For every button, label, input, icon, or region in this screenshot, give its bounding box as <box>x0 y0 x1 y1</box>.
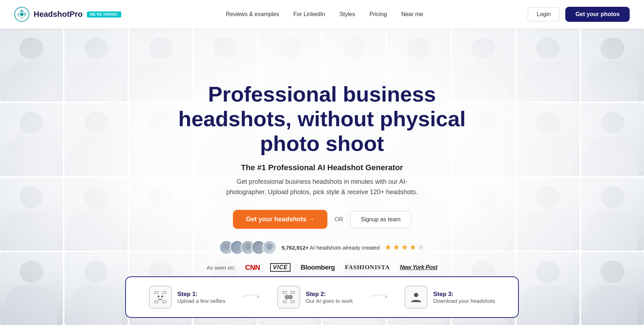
svg-point-16 <box>414 293 418 297</box>
svg-rect-2 <box>155 291 158 294</box>
step-3-title: Step 3: <box>433 291 495 298</box>
main-nav: Reviews & examples For LinkedIn Styles P… <box>226 11 423 18</box>
svg-rect-5 <box>162 301 166 303</box>
as-seen-on: As seen on: CNN VICE Bloomberg FASHIONIS… <box>207 263 437 272</box>
svg-rect-9 <box>291 291 294 294</box>
cnn-logo: CNN <box>245 264 260 272</box>
step-arrow-2 <box>370 291 388 303</box>
person-download-icon <box>410 291 423 304</box>
logo-text: HeadshotPro <box>34 10 83 19</box>
svg-rect-11 <box>291 301 294 303</box>
svg-point-1 <box>20 13 24 16</box>
step-1-desc: Upload a few selfies <box>177 298 225 304</box>
step-2-desc: Our AI goes to work <box>306 298 353 304</box>
svg-rect-8 <box>283 291 287 294</box>
svg-point-13 <box>286 296 288 298</box>
nav-pricing[interactable]: Pricing <box>369 11 387 18</box>
proof-count: 5,762,912+ <box>282 245 309 251</box>
step-3-text: Step 3: Download your headshots <box>433 291 495 304</box>
star-3: ★ <box>401 243 408 252</box>
hiring-badge: WE'RE HIRING! <box>87 11 121 18</box>
main-header: HeadshotPro WE'RE HIRING! Reviews & exam… <box>0 0 644 29</box>
step-1: Step 1: Upload a few selfies <box>149 286 225 309</box>
steps-bar: Step 1: Upload a few selfies <box>125 276 519 318</box>
header-actions: Login Get your photos <box>528 7 630 22</box>
nav-styles[interactable]: Styles <box>340 11 355 18</box>
svg-rect-4 <box>155 301 158 303</box>
logo-icon <box>14 7 29 22</box>
login-button[interactable]: Login <box>528 7 560 21</box>
step-1-title: Step 1: <box>177 291 225 298</box>
step-2: Step 2: Our AI goes to work <box>277 286 353 309</box>
step-arrow-1 <box>242 291 260 303</box>
hero-subtitle: The #1 Professional AI Headshot Generato… <box>241 163 403 172</box>
hero-buttons: Get your headshots → OR Signup as team <box>233 210 411 229</box>
face-scan-icon <box>154 291 167 304</box>
step-1-text: Step 1: Upload a few selfies <box>177 291 225 304</box>
step-3-icon <box>405 286 428 309</box>
svg-point-6 <box>157 296 159 297</box>
step-2-text: Step 2: Our AI goes to work <box>306 291 353 304</box>
nav-near-me[interactable]: Near me <box>401 11 423 18</box>
bloomberg-logo: Bloomberg <box>301 264 335 271</box>
avatar-stack <box>219 240 277 255</box>
nypost-logo: New York Post <box>400 264 438 271</box>
hero-title: Professional business headshots, without… <box>161 82 483 156</box>
proof-text: 5,762,912+ AI headshots already created <box>282 245 380 251</box>
svg-rect-10 <box>283 301 287 303</box>
star-5: ★ <box>418 243 425 252</box>
nav-linkedin[interactable]: For LinkedIn <box>293 11 325 18</box>
logo-area: HeadshotPro WE'RE HIRING! <box>14 7 121 22</box>
as-seen-label: As seen on: <box>207 265 235 271</box>
hero-description: Get professional business headshots in m… <box>218 177 426 197</box>
step-3: Step 3: Download your headshots <box>405 286 495 309</box>
or-label: OR <box>335 216 343 223</box>
step-1-icon <box>149 286 172 309</box>
svg-point-7 <box>161 296 163 297</box>
star-2: ★ <box>393 243 400 252</box>
social-proof: 5,762,912+ AI headshots already created … <box>219 240 425 255</box>
proof-suffix: AI headshots already created <box>309 245 380 251</box>
get-headshots-button[interactable]: Get your headshots → <box>233 210 327 229</box>
get-photos-button[interactable]: Get your photos <box>565 7 630 22</box>
fashionista-logo: FASHIONISTA <box>345 264 390 271</box>
vice-logo: VICE <box>270 263 291 272</box>
star-1: ★ <box>385 243 392 252</box>
star-4: ★ <box>409 243 416 252</box>
svg-rect-3 <box>162 291 166 294</box>
nav-reviews[interactable]: Reviews & examples <box>226 11 279 18</box>
signup-team-button[interactable]: Signup as team <box>350 211 411 228</box>
ai-eyes-icon <box>282 291 295 304</box>
step-2-icon <box>277 286 300 309</box>
star-rating: ★ ★ ★ ★ ★ <box>385 243 425 252</box>
avatar <box>262 240 277 255</box>
step-2-title: Step 2: <box>306 291 353 298</box>
hero-section: Professional business headshots, without… <box>0 29 644 325</box>
step-3-desc: Download your headshots <box>433 298 495 304</box>
svg-point-15 <box>289 296 291 298</box>
